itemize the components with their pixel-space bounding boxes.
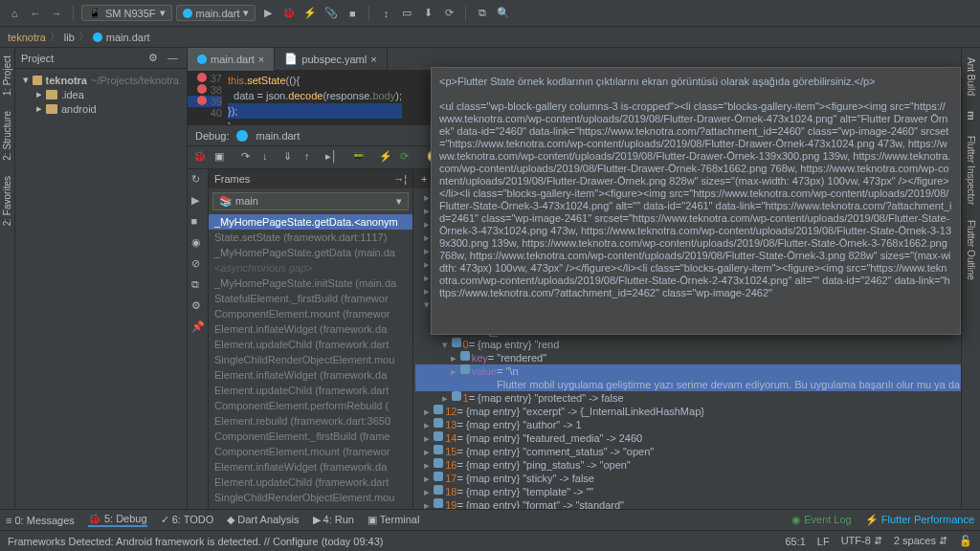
attach-icon[interactable]: 📎	[323, 5, 340, 22]
hot-reload-icon[interactable]: ⚡	[301, 5, 319, 22]
step-out-icon[interactable]: ↑	[304, 150, 320, 165]
step-into-icon[interactable]: ↓	[262, 150, 278, 165]
tab-flutter-inspector[interactable]: Flutter Inspector	[964, 132, 978, 209]
run-to-cursor-icon[interactable]: ▸│	[325, 150, 341, 165]
home-icon[interactable]: ⌂	[6, 5, 23, 22]
tab-debug[interactable]: 🐞 5: Debug	[88, 513, 147, 527]
debugger-tab-icon[interactable]: 🐞	[193, 150, 209, 165]
stack-frame[interactable]: Element.updateChild (framework.dart	[209, 337, 412, 352]
mute-bp-icon[interactable]: ⊘	[191, 257, 205, 271]
caret-position[interactable]: 65:1	[785, 536, 805, 547]
pin-icon[interactable]: 📌	[191, 320, 205, 334]
add-watch-icon[interactable]: +	[421, 173, 427, 185]
stack-frame[interactable]: StatefulElement._firstBuild (framewor	[209, 291, 412, 306]
device-selector[interactable]: 📱SM N935F▾	[81, 5, 172, 21]
debug-icon[interactable]: 🐞	[280, 5, 298, 22]
run-icon[interactable]: ▶	[259, 5, 277, 22]
line-separator[interactable]: LF	[817, 536, 830, 547]
search-icon[interactable]: 🔍	[495, 5, 512, 22]
breadcrumb-project[interactable]: teknotra	[8, 32, 46, 43]
breadcrumb-file[interactable]: main.dart	[106, 32, 150, 43]
variable-row[interactable]: ▸12 = {map entry} "excerpt" -> {_Interna…	[415, 405, 980, 418]
close-icon[interactable]: ×	[258, 54, 264, 65]
resume-icon[interactable]: ▶	[191, 194, 205, 208]
force-step-into-icon[interactable]: ⇓	[283, 150, 299, 165]
layout-icon[interactable]: ⧉	[191, 278, 205, 292]
variable-row[interactable]: ▸14 = {map entry} "featured_media" -> 24…	[415, 431, 980, 445]
stop-icon[interactable]: ■	[191, 215, 205, 229]
variable-row[interactable]: ▾0 = {map entry} "rend	[415, 338, 980, 351]
tab-messages[interactable]: ≡ 0: Messages	[6, 515, 75, 526]
variable-row[interactable]: ▸16 = {map entry} "ping_status" -> "open…	[415, 458, 980, 472]
stack-frame[interactable]: <asynchronous gap>	[209, 260, 412, 276]
rerun-icon[interactable]: ↻	[191, 173, 205, 187]
tab-ant[interactable]: Ant Build	[964, 54, 978, 99]
thread-selector[interactable]: 📚 main▾	[212, 192, 409, 210]
encoding[interactable]: UTF-8 ⇵	[841, 535, 882, 547]
variable-row[interactable]: ▸key = "rendered"	[415, 351, 980, 364]
back-icon[interactable]: ←	[27, 5, 44, 22]
event-log-button[interactable]: ◉ Event Log	[791, 514, 852, 526]
stack-frame[interactable]: Element.rebuild (framework.dart:3650	[209, 413, 412, 429]
breakpoints-icon[interactable]: ◉	[191, 236, 205, 250]
tab-pubspec[interactable]: 📄pubspec.yaml×	[275, 48, 387, 71]
runconfig-selector[interactable]: main.dart▾	[176, 5, 256, 21]
stack-frame[interactable]: ComponentElement.mount (framewor	[209, 306, 412, 321]
tab-terminal[interactable]: ▣ Terminal	[368, 514, 419, 526]
vcs-icon[interactable]: ↕	[377, 5, 394, 22]
status-message[interactable]: Frameworks Detected: Android framework i…	[8, 536, 384, 547]
close-icon[interactable]: ×	[370, 54, 376, 65]
sdk-icon[interactable]: ⬇	[419, 5, 436, 22]
variable-row[interactable]: ▸18 = {map entry} "template" -> ""	[415, 485, 980, 498]
variable-row[interactable]: ▸17 = {map entry} "sticky" -> false	[415, 472, 980, 485]
tab-favorites[interactable]: 2: Favorites	[0, 172, 14, 230]
console-tab-icon[interactable]: ▣	[214, 150, 230, 165]
stack-frame[interactable]: _MyHomePageState.getData.<anonym	[209, 214, 412, 230]
collapse-icon[interactable]: —	[167, 52, 181, 65]
stack-frame[interactable]: State.setState (framework.dart:1117)	[209, 230, 412, 245]
stack-frame[interactable]: ComponentElement.mount (framewor	[209, 444, 412, 459]
stack-frame[interactable]: SingleChildRenderObjectElement.mou	[209, 352, 412, 367]
stack-frame[interactable]: Element.updateChild (framework.dart	[209, 474, 412, 490]
settings-icon[interactable]: ⚙	[191, 299, 205, 313]
stack-frame[interactable]: SingleChildRenderObjectElement.mou	[209, 490, 412, 505]
sync-icon[interactable]: ⟳	[440, 5, 457, 22]
stack-frame[interactable]: _MyHomePageState.initState (main.da	[209, 276, 412, 291]
tree-node[interactable]: ▸.idea	[19, 87, 183, 101]
stack-frame[interactable]: Element.inflateWidget (framework.da	[209, 367, 412, 383]
variable-row[interactable]: ▸1 = {map entry} "protected" -> false	[415, 391, 980, 405]
lock-icon[interactable]: 🔓	[959, 535, 972, 547]
step-over-icon[interactable]: ↷	[241, 150, 256, 165]
tab-dart-analysis[interactable]: ◆ Dart Analysis	[227, 514, 299, 526]
variable-row[interactable]: ▸15 = {map entry} "comment_status" -> "o…	[415, 445, 980, 458]
evaluate-icon[interactable]: 📟	[352, 150, 368, 165]
gear-icon[interactable]: ⚙	[148, 52, 162, 65]
tab-flutter-outline[interactable]: Flutter Outline	[964, 216, 978, 284]
stack-frame[interactable]: Element.updateChild (framework.dart	[209, 383, 412, 398]
debug-tab[interactable]: main.dart	[256, 130, 300, 142]
tree-root[interactable]: ▾teknotra~/Projects/teknotra	[19, 73, 183, 87]
stack-frame[interactable]: Element.inflateWidget (framework.da	[209, 321, 412, 337]
tree-node[interactable]: ▸android	[19, 101, 183, 116]
variable-row[interactable]: ▸value = "\nFlutter mobil uygulama geliş…	[415, 364, 980, 391]
tab-project[interactable]: 1: Project	[0, 52, 14, 99]
stack-frame[interactable]: ComponentElement.performRebuild (	[209, 398, 412, 413]
forward-icon[interactable]: →	[48, 5, 65, 22]
stop-icon[interactable]: ■	[344, 5, 361, 22]
tab-structure[interactable]: 2: Structure	[0, 107, 14, 165]
indent[interactable]: 2 spaces ⇵	[894, 535, 947, 547]
hot-reload-icon[interactable]: ⚡	[379, 150, 394, 165]
stack-frame[interactable]: Element.inflateWidget (framework.da	[209, 459, 412, 474]
avd-icon[interactable]: ▭	[398, 5, 415, 22]
restart-icon[interactable]: ⟳	[400, 150, 415, 165]
tab-maven[interactable]: m	[964, 107, 979, 124]
structure-icon[interactable]: ⧉	[474, 5, 491, 22]
tab-run[interactable]: ▶ 4: Run	[313, 514, 354, 526]
breadcrumb-folder[interactable]: lib	[64, 32, 75, 43]
tab-main-dart[interactable]: main.dart×	[188, 48, 275, 71]
flutter-performance-button[interactable]: ⚡ Flutter Performance	[865, 514, 974, 526]
tab-todo[interactable]: ✓ 6: TODO	[161, 514, 214, 526]
variable-row[interactable]: ▸13 = {map entry} "author" -> 1	[415, 418, 980, 431]
stack-frame[interactable]: ComponentElement._firstBuild (frame	[209, 429, 412, 444]
stack-frame[interactable]: _MyHomePageState.getData (main.da	[209, 245, 412, 260]
